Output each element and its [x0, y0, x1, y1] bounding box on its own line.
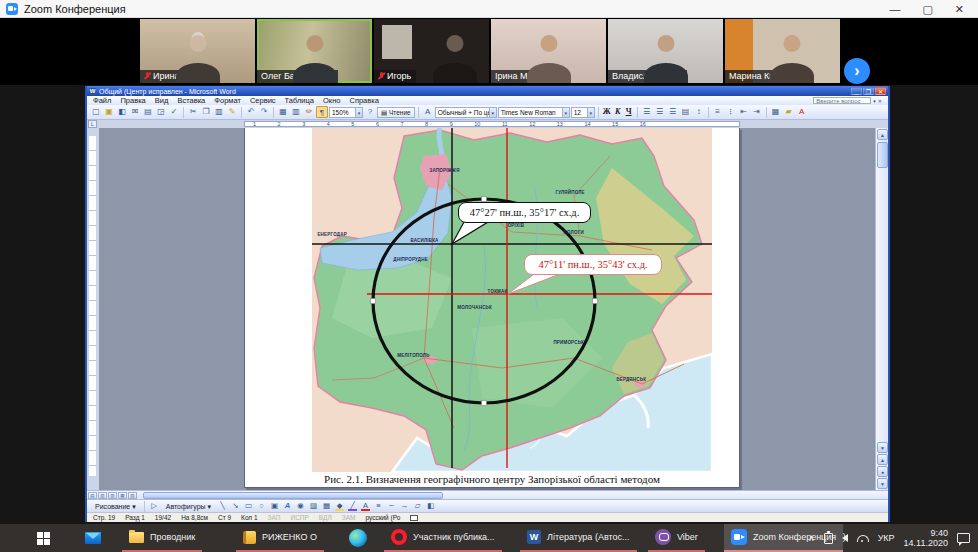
- line-tool-icon[interactable]: ╲: [217, 501, 228, 511]
- oval-tool-icon[interactable]: ○: [256, 501, 267, 511]
- text-box-icon[interactable]: ▣: [269, 501, 280, 511]
- underline-button[interactable]: Ч: [624, 106, 634, 118]
- scrollbar-thumb[interactable]: [877, 142, 888, 168]
- print-icon[interactable]: ▤: [142, 106, 154, 118]
- previous-page-button[interactable]: ▲: [877, 454, 888, 465]
- save-icon[interactable]: ◧: [116, 106, 128, 118]
- select-objects-icon[interactable]: ▷: [149, 501, 160, 511]
- vertical-scrollbar[interactable]: ▲ ▼ ▲ ● ▼: [875, 128, 888, 490]
- web-layout-button[interactable]: ▧: [98, 492, 107, 499]
- font-combo[interactable]: Times New Roman▾: [498, 107, 570, 118]
- taskbar-explorer-button[interactable]: Проводник: [122, 524, 202, 552]
- borders-icon[interactable]: ▦: [770, 106, 782, 118]
- format-painter-icon[interactable]: ✎: [226, 106, 238, 118]
- scroll-up-button[interactable]: ▲: [877, 129, 888, 140]
- dash-style-icon[interactable]: ┄: [386, 501, 397, 511]
- autoshapes-menu-button[interactable]: Автофигуры ▾: [162, 501, 215, 511]
- word-close-button[interactable]: ✕: [875, 87, 886, 95]
- zoom-close-button[interactable]: ✕: [955, 0, 964, 18]
- taskbar-ryzhenko-button[interactable]: РИЖЕНКО О: [236, 524, 324, 552]
- keyboard-language[interactable]: УКР: [878, 533, 895, 543]
- zoom-combo[interactable]: 150%▾: [329, 107, 363, 118]
- tray-chevron-icon[interactable]: ∧: [808, 533, 815, 543]
- bold-button[interactable]: Ж: [602, 106, 612, 118]
- align-center-icon[interactable]: ☰: [654, 106, 666, 118]
- ask-dropdown-icon[interactable]: ▾: [873, 98, 876, 104]
- numbered-list-icon[interactable]: ≡: [712, 106, 724, 118]
- rectangle-tool-icon[interactable]: ▭: [243, 501, 254, 511]
- h-scrollbar-thumb[interactable]: [143, 492, 443, 499]
- horizontal-scrollbar[interactable]: ▤ ▧ ▥ ▦ ▨: [87, 490, 888, 499]
- next-participants-button[interactable]: ›: [844, 58, 870, 84]
- start-button[interactable]: [30, 524, 57, 552]
- shadow-style-icon[interactable]: ▱: [412, 501, 423, 511]
- styles-pane-icon[interactable]: A: [422, 106, 434, 118]
- vertical-ruler[interactable]: [87, 128, 99, 490]
- decrease-indent-icon[interactable]: ⇤: [738, 106, 750, 118]
- speaker-icon[interactable]: [842, 534, 848, 542]
- font-size-dropdown-icon[interactable]: ▾: [587, 108, 594, 117]
- italic-button[interactable]: К: [613, 106, 623, 118]
- line-color-icon[interactable]: ╱: [347, 501, 358, 511]
- video-tile[interactable]: Марина Киричок: [725, 19, 840, 83]
- justify-icon[interactable]: ▤: [680, 106, 692, 118]
- zoom-minimize-button[interactable]: —: [889, 0, 900, 18]
- scroll-down-button[interactable]: ▼: [877, 442, 888, 453]
- horizontal-ruler[interactable]: L 1 2 3 4 5 6 7 8 9 10 11 12 13 14 15 16: [87, 120, 888, 128]
- zoom-dropdown-icon[interactable]: ▾: [355, 108, 362, 117]
- word-restore-button[interactable]: ❐: [863, 87, 874, 95]
- taskbar-viber-button[interactable]: Viber: [648, 524, 705, 552]
- zoom-maximize-button[interactable]: ▢: [922, 0, 932, 18]
- usb-device-icon[interactable]: [824, 533, 833, 544]
- font-size-combo[interactable]: 12▾: [571, 107, 595, 118]
- copy-icon[interactable]: ❐: [200, 106, 212, 118]
- outline-view-button[interactable]: ▦: [118, 492, 127, 499]
- menu-view[interactable]: Вид: [155, 96, 169, 105]
- action-center-icon[interactable]: [957, 533, 970, 543]
- fill-color-icon[interactable]: ◆: [334, 501, 345, 511]
- arrow-tool-icon[interactable]: ↘: [230, 501, 241, 511]
- open-icon[interactable]: ▣: [103, 106, 115, 118]
- style-dropdown-icon[interactable]: ▾: [489, 108, 496, 117]
- three-d-style-icon[interactable]: ◧: [425, 501, 436, 511]
- highlight-icon[interactable]: ▰: [783, 106, 795, 118]
- line-spacing-icon[interactable]: ↕: [693, 106, 705, 118]
- video-tile-active-speaker[interactable]: Олег Байтеряков: [257, 19, 372, 83]
- next-page-button[interactable]: ▼: [877, 478, 888, 489]
- undo-icon[interactable]: ↶: [245, 106, 257, 118]
- menu-file[interactable]: Файл: [93, 96, 111, 105]
- video-tile[interactable]: Владислав Гор...: [608, 19, 723, 83]
- taskbar-opera-document-button[interactable]: Участник публика...: [384, 524, 502, 552]
- paste-icon[interactable]: ▥: [213, 106, 225, 118]
- new-document-icon[interactable]: ▢: [90, 106, 102, 118]
- ask-close-icon[interactable]: ✕: [878, 98, 882, 104]
- redo-icon[interactable]: ↷: [258, 106, 270, 118]
- menu-format[interactable]: Формат: [214, 96, 241, 105]
- drawing-toolbar-toggle-icon[interactable]: ✏: [303, 106, 315, 118]
- taskbar-word-literature-button[interactable]: W Література (Автос...: [520, 524, 637, 552]
- email-icon[interactable]: ✉: [129, 106, 141, 118]
- align-left-icon[interactable]: ☰: [641, 106, 653, 118]
- wordart-icon[interactable]: A: [282, 501, 293, 511]
- menu-table[interactable]: Таблица: [285, 96, 314, 105]
- reading-mode-button[interactable]: ▤ Чтение: [377, 107, 415, 118]
- document-page[interactable]: ЗАПОРІЖЖЯ ЕНЕРГОДАР ВАСИЛІВКА ДНІПРОРУДН…: [244, 128, 740, 488]
- spelling-icon[interactable]: ✓: [168, 106, 180, 118]
- columns-icon[interactable]: ▥: [290, 106, 302, 118]
- word-minimize-button[interactable]: _: [851, 87, 862, 95]
- increase-indent-icon[interactable]: ⇥: [751, 106, 763, 118]
- diagram-icon[interactable]: ◉: [295, 501, 306, 511]
- clipart-icon[interactable]: ▨: [308, 501, 319, 511]
- menu-window[interactable]: Окно: [323, 96, 340, 105]
- font-dropdown-icon[interactable]: ▾: [562, 108, 569, 117]
- font-color-icon[interactable]: А: [360, 501, 371, 511]
- draw-menu-button[interactable]: Рисование ▾: [91, 501, 140, 511]
- reading-view-button[interactable]: ▨: [128, 492, 137, 499]
- font-color-icon[interactable]: A: [796, 106, 808, 118]
- line-style-icon[interactable]: ≡: [373, 501, 384, 511]
- help-icon[interactable]: ?: [364, 106, 376, 118]
- print-layout-button[interactable]: ▥: [108, 492, 117, 499]
- align-right-icon[interactable]: ☰: [667, 106, 679, 118]
- normal-view-button[interactable]: ▤: [88, 492, 97, 499]
- taskbar-mail-button[interactable]: [78, 524, 108, 552]
